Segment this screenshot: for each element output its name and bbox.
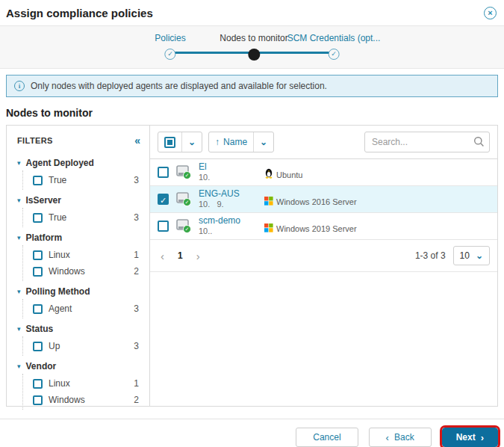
checkbox[interactable] [33,304,43,314]
step-done-check-icon: ✓ [164,49,175,60]
row-checkbox[interactable] [158,167,169,178]
filter-option-count: 1 [134,250,140,260]
filter-option[interactable]: Linux 1 [23,247,149,263]
filter-group-status: ▾ Status Up 3 [7,321,149,356]
pagination-range: 1-3 of 3 [415,250,446,261]
filter-group-header[interactable]: ▾ Platform [7,230,149,245]
filter-option-count: 3 [134,175,140,185]
filter-option-count: 3 [134,303,140,314]
node-os: Windows 2016 Server [264,195,357,209]
filter-option-count: 3 [134,212,140,223]
step-nodes-to-monitor: Nodes to monitor [220,33,287,61]
filter-option-label: Up [49,341,128,351]
svg-text:✓: ✓ [185,173,190,178]
next-page-icon[interactable]: › [193,250,203,262]
previous-page-icon[interactable]: ‹ [158,250,167,262]
svg-text:✓: ✓ [185,200,190,205]
filter-group-label: Vendor [26,361,57,372]
filter-group-vendor: ▾ Vendor Linux 1 Windows 2 [7,359,149,410]
filter-group-header[interactable]: ▾ Status [7,321,149,336]
search-box [364,132,490,152]
pagination-bar: ‹ 1 › 1-3 of 3 10 ⌄ [150,240,497,272]
search-icon [473,136,485,150]
checkbox[interactable] [33,213,43,223]
page-size-value: 10 [460,250,470,261]
sort-by-name-button[interactable]: ↑ Name [209,132,253,152]
row-checkbox[interactable] [158,221,169,232]
step-label[interactable]: SCM Credentials (opt... [287,33,381,43]
step-policies[interactable]: Policies ✓ [155,33,185,60]
filter-group-header[interactable]: ▾ Agent Deployed [7,155,149,170]
node-name-link[interactable]: El [199,161,264,173]
checkbox[interactable] [33,267,43,277]
filter-option[interactable]: Linux 1 [23,375,149,392]
node-ip: 10. [199,173,264,183]
dialog-footer: Cancel ‹ Back Next › [0,419,504,447]
filter-option-label: Linux [49,250,128,260]
filter-option-label: Linux [49,378,128,389]
chevron-right-icon: › [481,432,484,443]
windows-logo-icon [264,222,273,235]
info-banner: i Only nodes with deployed agents are di… [6,75,498,97]
filter-group-header[interactable]: ▾ Polling Method [7,284,149,299]
filters-header: FILTERS « [7,133,149,152]
chevron-left-icon: ‹ [386,432,389,443]
node-status-icon: ✓ [176,219,191,233]
filter-option-label: Windows [49,266,128,277]
filter-option[interactable]: True 3 [23,172,149,188]
select-menu-dropdown[interactable]: ⌄ [181,132,202,152]
node-name-link[interactable]: ENG-AUS [199,188,264,200]
sort-menu-dropdown[interactable]: ⌄ [253,132,273,152]
node-selection-panel: FILTERS « ▾ Agent Deployed True 3 [6,125,498,407]
assign-compliance-policies-dialog: Assign compliance policies × Policies ✓ … [0,0,504,447]
table-row[interactable]: ✓ ✓ ENG-AUS 10. 9. Windows 2016 Server [150,186,497,213]
node-ip: 10.. [199,226,264,237]
filter-option[interactable]: Windows 2 [23,392,149,408]
filter-option-count: 1 [134,378,140,389]
step-label[interactable]: Policies [155,33,185,43]
row-checkbox-checked[interactable]: ✓ [158,194,169,205]
checkbox[interactable] [33,250,43,260]
filter-group-label: Agent Deployed [26,158,94,168]
select-all-checkbox[interactable] [158,132,181,152]
filter-group-label: Status [26,324,54,334]
filter-option[interactable]: Windows 2 [23,263,149,280]
table-row[interactable]: ✓ El 10. Ubuntu [150,159,497,186]
next-button-label: Next [456,432,476,443]
cancel-button[interactable]: Cancel [296,428,358,447]
filter-option[interactable]: Agent 3 [23,300,149,317]
filters-title: FILTERS [17,136,53,145]
filter-group-header[interactable]: ▾ IsServer [7,193,149,208]
checkbox[interactable] [33,379,43,389]
collapse-filters-icon[interactable]: « [134,135,140,147]
filter-group-label: Polling Method [26,286,90,297]
checkbox[interactable] [33,395,43,405]
filter-option[interactable]: True 3 [23,209,149,226]
triangle-down-icon: ▾ [17,197,21,204]
page-number[interactable]: 1 [175,250,186,261]
filter-option[interactable]: Up 3 [23,338,149,354]
ubuntu-logo-icon [264,168,273,182]
close-icon[interactable]: × [484,7,497,19]
page-size-select[interactable]: 10 ⌄ [453,246,490,265]
chevron-down-icon: ⌄ [260,138,267,146]
filter-group-header[interactable]: ▾ Vendor [7,359,149,374]
os-label: Windows 2019 Server [276,224,357,233]
wizard-stepper: Policies ✓ Nodes to monitor SCM Credenti… [0,25,504,69]
filter-group-polling-method: ▾ Polling Method Agent 3 [7,284,149,318]
search-input[interactable] [364,132,490,152]
chevron-down-icon: ⌄ [188,138,196,146]
table-toolbar: ⌄ ↑ Name ⌄ [150,126,497,159]
table-row[interactable]: ✓ scm-demo 10.. Windows 2019 Server [150,213,497,240]
section-title: Nodes to monitor [6,107,498,119]
filter-option-label: Agent [49,303,128,314]
checkbox[interactable] [33,342,43,351]
node-name-link[interactable]: scm-demo [199,215,264,226]
next-button[interactable]: Next › [442,428,498,447]
filters-sidebar: FILTERS « ▾ Agent Deployed True 3 [7,126,150,406]
select-all-button-group: ⌄ [158,132,202,152]
checkbox[interactable] [33,176,43,185]
filter-group-platform: ▾ Platform Linux 1 Windows 2 [7,230,149,281]
step-scm-credentials[interactable]: SCM Credentials (opt... ✓ [287,33,381,60]
back-button[interactable]: ‹ Back [369,428,432,447]
